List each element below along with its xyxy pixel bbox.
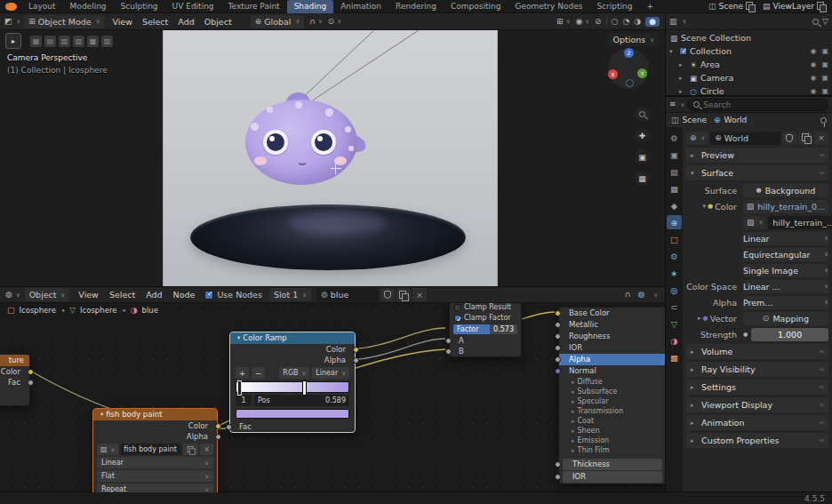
source-dropdown[interactable]: Single Image∨ [743, 264, 828, 277]
paint-slot-icon[interactable]: ▦ [30, 36, 42, 47]
workspace-tab-layout[interactable]: Layout [21, 0, 63, 13]
workspace-tab-uv-editing[interactable]: UV Editing [165, 0, 221, 13]
factor-slider[interactable]: Factor 0.573 [453, 324, 517, 334]
socket-alpha-input[interactable] [555, 356, 561, 363]
editor-type-icon[interactable]: ◩ [4, 18, 12, 26]
node-image-texture[interactable]: ▾fish body paint Color Alpha ▨∨ fish bod… [92, 408, 218, 492]
clamp-factor-checkbox[interactable] [454, 315, 461, 322]
panel-grip-icon[interactable]: ≡ [819, 383, 824, 391]
ortho-toggle-icon[interactable]: ▦ [635, 171, 650, 186]
menu-view[interactable]: View [74, 287, 103, 302]
render-camera-icon[interactable]: ▣ [821, 60, 828, 68]
ramp-stop-1[interactable] [302, 380, 307, 396]
image-name-field[interactable]: fish body paint [120, 444, 181, 455]
bsdf-subpanel-transmission[interactable]: ▸Transmission [559, 406, 665, 416]
workspace-tab-texture-paint[interactable]: Texture Paint [221, 0, 287, 13]
new-scene-icon[interactable] [746, 2, 754, 11]
image-browse-button[interactable]: ▨∨ [743, 216, 766, 229]
panel-grip-icon[interactable]: ≡ [819, 436, 824, 444]
outliner-editor-icon[interactable]: ▥ [669, 18, 677, 26]
socket-b-input[interactable] [445, 348, 452, 355]
alpha-mode-dropdown[interactable]: Prem...∨ [743, 296, 828, 309]
bsdf-subpanel-coat[interactable]: ▸Coat [559, 416, 665, 426]
socket-color-output[interactable] [28, 369, 34, 375]
tab-texture[interactable]: ▩ [667, 350, 682, 364]
panel-animation[interactable]: ▸Animation≡ [686, 415, 828, 430]
socket-alpha-output[interactable] [215, 434, 221, 440]
unlink-image-button[interactable]: × [200, 444, 213, 455]
workspace-tab-rendering[interactable]: Rendering [388, 0, 444, 13]
image-browse-button[interactable]: ▨∨ [97, 444, 118, 455]
render-camera-icon[interactable]: ▣ [821, 74, 828, 82]
breadcrumb-scene[interactable]: Scene [683, 116, 707, 124]
socket-ior2-input[interactable] [555, 474, 561, 480]
scene-selector[interactable]: Scene [716, 0, 746, 12]
tab-physics[interactable]: ◎ [667, 283, 682, 297]
add-stop-button[interactable]: + [236, 367, 249, 379]
filter-funnel-icon[interactable]: ▽ [822, 18, 828, 26]
preview-sphere-icon[interactable]: ◍ [637, 291, 644, 299]
axis-negz-handle[interactable] [626, 79, 634, 87]
socket-a-input[interactable] [445, 338, 452, 344]
vector-mapping-button[interactable]: ⊙Mapping [743, 312, 828, 325]
socket-normal-input[interactable] [555, 368, 561, 374]
panel-ray-visibility[interactable]: ▸Ray Visibility≡ [686, 362, 828, 377]
menu-select[interactable]: Select [105, 287, 140, 302]
navigation-gizmo[interactable]: Z X Y [608, 48, 649, 89]
node-canvas[interactable]: □ Icosphere ▸ ▽ Icosphere ▸ ◑ blue ture … [0, 303, 665, 492]
remove-stop-button[interactable]: − [252, 367, 265, 379]
stop-index-field[interactable]: 1 [236, 395, 252, 406]
workspace-tab-modeling[interactable]: Modeling [63, 0, 114, 13]
paint-slot-icon[interactable]: ▩ [87, 36, 99, 47]
snap-magnet-icon[interactable]: ∩ [309, 18, 316, 26]
expand-arrow-icon[interactable]: ▸ [679, 75, 686, 82]
animate-dot-icon[interactable]: ● [743, 332, 748, 337]
expand-arrow-icon[interactable]: ▾ [669, 48, 676, 55]
breadcrumb-material[interactable]: blue [142, 306, 158, 315]
socket-fac-input[interactable] [226, 424, 232, 430]
tab-constraints[interactable]: ⊂ [667, 300, 682, 314]
new-viewlayer-icon[interactable] [817, 2, 825, 11]
shader-type-dropdown[interactable]: Object∨ [25, 288, 70, 301]
shading-wireframe-icon[interactable]: ○ [612, 18, 619, 26]
panel-volume[interactable]: ▸Volume≡ [686, 344, 828, 359]
expand-arrow-icon[interactable]: ▸ [694, 315, 701, 322]
bsdf-subpanel-diffuse[interactable]: ▸Diffuse [559, 377, 665, 387]
socket-thickness-input[interactable] [555, 461, 561, 468]
render-camera-icon[interactable]: ▣ [821, 47, 828, 55]
ramp-stop-0[interactable] [237, 380, 242, 396]
node-principled-bsdf[interactable]: Base Color Metallic Roughness IOR Alpha … [558, 307, 665, 484]
socket-color-output[interactable] [215, 423, 221, 429]
paint-slot-icon[interactable]: ▧ [73, 36, 84, 47]
options-dropdown[interactable]: Options∨ [608, 33, 660, 46]
workspace-tab-sculpting[interactable]: Sculpting [114, 0, 165, 13]
tab-material[interactable]: ◑ [667, 333, 682, 348]
axis-z-handle[interactable]: Z [624, 48, 634, 58]
tab-scene[interactable]: ◆ [667, 198, 682, 212]
bsdf-subpanel-sheen[interactable]: ▸Sheen [559, 426, 665, 436]
hide-eye-icon[interactable]: ◉ [810, 87, 816, 95]
socket-base-color-input[interactable] [555, 310, 561, 316]
hide-eye-icon[interactable]: ◉ [810, 74, 816, 82]
world-name-field[interactable]: ⊕ World [710, 132, 780, 145]
active-tool-icon[interactable]: ▸ [5, 33, 21, 49]
node-header[interactable]: ▾fish body paint [93, 409, 217, 420]
material-name-field[interactable]: ◍ blue [316, 288, 379, 301]
add-workspace-button[interactable]: + [639, 0, 660, 13]
bsdf-subpanel-subsurface[interactable]: ▸Subsurface [559, 387, 665, 396]
fake-user-button[interactable] [380, 288, 395, 301]
menu-add[interactable]: Add [173, 13, 198, 29]
workspace-tab-animation[interactable]: Animation [333, 0, 388, 13]
colorspace-dropdown[interactable]: Linear ...∨ [743, 280, 828, 293]
socket-roughness-input[interactable] [555, 333, 561, 340]
panel-grip-icon[interactable]: ≡ [819, 151, 824, 159]
search-input[interactable] [703, 100, 822, 109]
hide-eye-icon[interactable]: ◉ [810, 47, 816, 55]
expand-arrow-icon[interactable]: ▸ [679, 61, 686, 68]
bsdf-subpanel-emission[interactable]: ▸Emission [559, 436, 665, 445]
axis-y-handle[interactable]: Y [637, 68, 647, 78]
show-gizmo-icon[interactable]: ⊞ [556, 18, 564, 26]
axis-x-handle[interactable]: X [608, 69, 618, 79]
shader-editor-icon[interactable]: ◍ [5, 291, 12, 299]
node-texture-cut[interactable]: ture Color Fac [0, 354, 30, 406]
